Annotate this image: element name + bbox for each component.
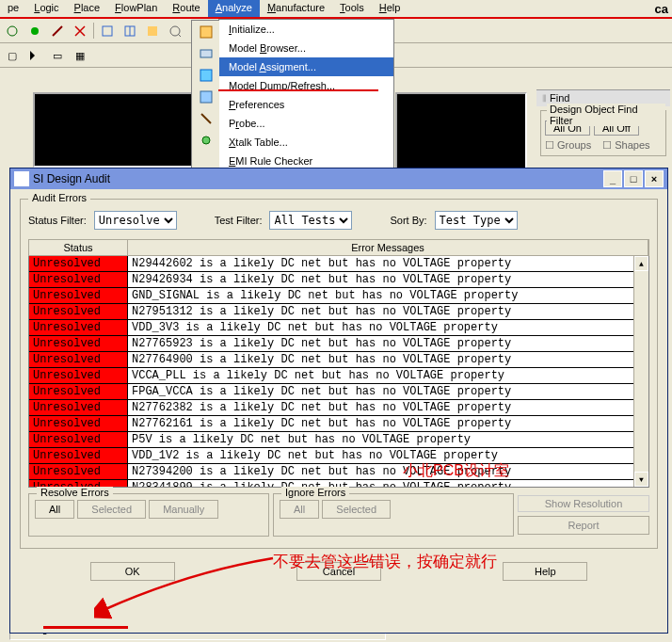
status-filter-label: Status Filter: [28,215,87,226]
menu-item[interactable]: Model Dump/Refresh... [219,76,393,95]
status-filter-select[interactable]: Unresolve [94,211,177,230]
table-row[interactable]: UnresolvedN27394200 is a likely DC net b… [29,464,648,480]
menu-item[interactable]: Model Assigment... [219,57,393,76]
error-table[interactable]: UnresolvedN29442602 is a likely DC net b… [28,256,649,488]
tool-icon[interactable] [24,21,45,41]
tool-icon[interactable] [47,21,68,41]
sort-by-select[interactable]: Test Type [435,211,518,230]
shapes-checkbox[interactable]: Shapes [615,139,649,151]
menu-item[interactable]: Preferences [219,95,393,114]
tool-icon[interactable] [24,45,45,66]
close-button[interactable]: × [645,170,664,187]
maximize-button[interactable]: □ [624,170,643,187]
status-cell: Unresolved [29,336,128,351]
table-row[interactable]: UnresolvedN29442602 is a likely DC net b… [29,256,648,272]
viewport-area[interactable] [33,92,195,168]
instruction-annotation: 不要去管这些错误，按确定就行 [273,551,497,572]
menubar: peLogicPlaceFlowPlanRouteAnalyzeManufact… [0,0,672,19]
manually-button[interactable]: Manually [149,500,218,519]
message-cell: N27762382 is a likely DC net but has no … [128,400,648,415]
menu-tools[interactable]: Tools [332,0,372,17]
tool-icon[interactable] [70,21,90,41]
menu-route[interactable]: Route [165,0,207,17]
table-row[interactable]: UnresolvedGND_SIGNAL is a likely DC net … [29,288,648,304]
table-row[interactable]: UnresolvedVCCA_PLL is a likely DC net bu… [29,368,648,384]
arrow-annotation [94,554,282,629]
help-button[interactable]: Help [503,562,587,581]
scroll-up-button[interactable]: ▲ [634,256,648,271]
message-cell: N28341899 is a likely DC net but has no … [128,480,648,488]
audit-errors-group: Audit Errors Status Filter: Unresolve Te… [20,199,658,549]
tool-icon[interactable]: ▦ [70,45,90,66]
menu-manufacture[interactable]: Manufacture [260,0,332,17]
status-cell: Unresolved [29,400,128,415]
ok-underline-annotation [43,626,128,629]
message-cell: VDD_3V3 is a likely DC net but has no VO… [128,320,648,335]
menu-analyze[interactable]: Analyze [208,0,260,17]
message-cell: N27764900 is a likely DC net but has no … [128,352,648,367]
table-row[interactable]: UnresolvedN27951312 is a likely DC net b… [29,304,648,320]
ignore-errors-legend: Ignore Errors [281,487,349,498]
viewport-area-2[interactable] [395,92,527,169]
groups-checkbox[interactable]: Groups [557,139,591,151]
col-messages[interactable]: Error Messages [128,240,648,255]
dialog-icon [14,171,29,186]
message-cell: FPGA_VCCA is a likely DC net but has no … [128,384,648,399]
table-row[interactable]: UnresolvedP5V is a likely DC net but has… [29,432,648,448]
svg-rect-12 [200,70,212,81]
status-cell: Unresolved [29,256,128,271]
message-cell: VDD_1V2 is a likely DC net but has no VO… [128,448,648,463]
status-cell: Unresolved [29,448,128,463]
menu-item[interactable]: Xtalk Table... [219,133,393,152]
col-status[interactable]: Status [29,240,128,255]
menu-side-icon [196,108,216,129]
table-row[interactable]: UnresolvedFPGA_VCCA is a likely DC net b… [29,384,648,400]
message-cell: N27762161 is a likely DC net but has no … [128,416,648,431]
message-cell: N27765923 is a likely DC net but has no … [128,336,648,351]
tool-icon[interactable] [120,21,140,41]
menu-item[interactable]: Model Browser... [219,39,393,57]
menu-item[interactable]: Probe... [219,114,393,133]
tool-icon[interactable] [142,21,163,41]
menu-logic[interactable]: Logic [26,0,66,17]
message-cell: GND_SIGNAL is a likely DC net but has no… [128,288,648,303]
sort-by-label: Sort By: [390,215,426,226]
menu-item[interactable]: Initialize... [219,20,393,39]
tool-icon[interactable] [97,21,118,41]
menu-pe[interactable]: pe [0,0,26,17]
menu-help[interactable]: Help [372,0,408,17]
report-button[interactable]: Report [518,516,649,535]
tool-icon[interactable] [2,21,23,41]
tool-icon[interactable] [165,21,185,41]
dialog-titlebar[interactable]: SI Design Audit _ □ × [10,169,667,189]
find-panel: ⫴ Find Design Object Find Filter All On … [536,89,670,174]
svg-point-0 [8,26,17,36]
table-row[interactable]: UnresolvedN27765923 is a likely DC net b… [29,336,648,352]
all-button[interactable]: All [35,500,74,519]
show-resolution-button[interactable]: Show Resolution [518,495,649,512]
table-row[interactable]: UnresolvedN29426934 is a likely DC net b… [29,272,648,288]
scrollbar[interactable]: ▲ ▼ [633,256,648,487]
message-cell: VCCA_PLL is a likely DC net but has no V… [128,368,648,383]
table-row[interactable]: UnresolvedN27762161 is a likely DC net b… [29,416,648,432]
menu-flowplan[interactable]: FlowPlan [107,0,165,17]
table-row[interactable]: UnresolvedVDD_3V3 is a likely DC net but… [29,320,648,336]
menu-place[interactable]: Place [67,0,108,17]
table-row[interactable]: UnresolvedN27762382 is a likely DC net b… [29,400,648,416]
test-filter-select[interactable]: All Tests [269,211,352,230]
table-header: Status Error Messages [28,239,649,256]
svg-rect-5 [148,26,157,36]
message-cell: N27394200 is a likely DC net but has no … [128,464,648,479]
all-ignore-button[interactable]: All [280,500,319,519]
tool-icon[interactable]: ▢ [2,45,23,66]
minimize-button[interactable]: _ [603,170,622,187]
table-row[interactable]: UnresolvedN27764900 is a likely DC net b… [29,352,648,368]
status-cell: Unresolved [29,368,128,383]
message-cell: N29442602 is a likely DC net but has no … [128,256,648,271]
scroll-down-button[interactable]: ▼ [634,472,648,487]
selected-button[interactable]: Selected [77,500,146,519]
table-row[interactable]: UnresolvedVDD_1V2 is a likely DC net but… [29,448,648,464]
selected-ignore-button[interactable]: Selected [322,500,391,519]
find-title: Find [550,92,569,104]
tool-icon[interactable]: ▭ [47,45,68,66]
